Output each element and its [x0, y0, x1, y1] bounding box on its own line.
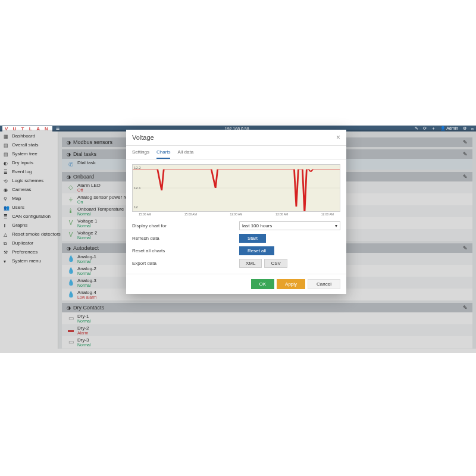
logout-icon[interactable]: ⎋: [471, 127, 474, 131]
map-icon: ⚲: [4, 196, 8, 201]
contact-icon: ▭: [68, 337, 74, 346]
brand-logo: V U T L A N: [2, 126, 52, 131]
thermometer-icon: 🌡: [68, 206, 74, 215]
sidebar-item-preferences[interactable]: ⚒Preferences: [0, 248, 58, 256]
edit-icon[interactable]: ✎: [463, 139, 468, 145]
sidebar-item-event-log[interactable]: ≣Event log: [0, 167, 58, 176]
tab-charts[interactable]: Charts: [156, 149, 171, 159]
sidebar-item-label: Cameras: [12, 187, 31, 192]
smoke-icon: △: [4, 232, 8, 237]
xtick: 15:00 AM: [139, 212, 151, 216]
list-item[interactable]: ▬Dry-4Alarm: [62, 348, 472, 349]
contact-icon: ▭: [68, 314, 74, 322]
ytick: 12.2: [134, 166, 141, 170]
list-item[interactable]: ▭Dry-3Normal: [62, 336, 472, 348]
chevron-icon: ◑: [67, 246, 71, 251]
bell-icon: ◇: [68, 183, 74, 191]
preferences-icon: ⚒: [4, 250, 8, 255]
sidebar-item-label: Preferences: [12, 249, 37, 255]
system-icon: ▾: [4, 259, 8, 264]
settings-icon[interactable]: ⚙: [463, 126, 466, 131]
contact-icon: ▬: [68, 325, 74, 334]
phone-icon: ✆: [68, 160, 74, 168]
edit-icon[interactable]: ✎: [463, 245, 468, 251]
apply-button[interactable]: Apply: [277, 279, 305, 289]
refresh-data-label: Refresh data: [132, 236, 239, 241]
sidebar-item-label: System tree: [12, 151, 37, 156]
sidebar-item-overall-stats[interactable]: ▤Overall stats: [0, 140, 58, 149]
sidebar-item-dry-inputs[interactable]: ◐Dry inputs: [0, 158, 58, 167]
sidebar-item-label: Map: [12, 196, 21, 201]
add-icon[interactable]: ＋: [431, 126, 436, 131]
menu-toggle-icon[interactable]: ☰: [56, 126, 60, 131]
cancel-button[interactable]: Cancel: [308, 279, 340, 289]
reset-all-button[interactable]: Reset all: [239, 246, 274, 255]
xtick: 15:00 AM: [184, 212, 197, 216]
sidebar-item-duplicator[interactable]: ⧉Duplicator: [0, 239, 58, 248]
sidebar-item-map[interactable]: ⚲Map: [0, 194, 58, 203]
sidebar-item-label: Dashboard: [12, 133, 35, 139]
chevron-icon: ◑: [67, 152, 71, 157]
voltage-chart: 12.2 12.1 12 15:00 AM 15:00 AM 12:00 AM …: [132, 164, 340, 212]
edit-icon[interactable]: ✎: [463, 305, 468, 311]
list-item[interactable]: ▬Dry-2Alarm: [62, 324, 472, 336]
xtick: 12:00 AM: [230, 212, 242, 216]
can-icon: ≣: [4, 214, 8, 219]
reset-all-charts-label: Reset all charts: [132, 248, 239, 253]
sidebar-item-can-configuration[interactable]: ≣CAN configuration: [0, 212, 58, 221]
sidebar-item-label: CAN configuration: [12, 214, 51, 219]
drop-icon: 💧: [68, 266, 74, 274]
sidebar-item-reset-smoke-detectors[interactable]: △Reset smoke detectors: [0, 230, 58, 239]
ok-button[interactable]: OK: [251, 279, 275, 289]
sidebar-item-users[interactable]: 👥Users: [0, 203, 58, 212]
drop-icon: 💧: [68, 254, 74, 262]
sidebar-item-label: Reset smoke detectors: [12, 231, 61, 237]
edit-icon[interactable]: ✎: [463, 151, 468, 157]
chevron-icon: ◑: [67, 174, 71, 180]
edit-icon[interactable]: ✎: [463, 174, 468, 180]
sidebar-item-system-tree[interactable]: ▤System tree: [0, 149, 58, 158]
close-icon[interactable]: ×: [336, 133, 340, 142]
dashboard-icon: ▦: [4, 134, 8, 139]
refresh-icon[interactable]: ⟳: [423, 126, 427, 131]
admin-link[interactable]: 👤 Admin: [440, 126, 458, 131]
start-button[interactable]: Start: [239, 234, 266, 243]
users-icon: 👥: [4, 205, 8, 210]
list-item[interactable]: ▭Dry-1Normal: [62, 312, 472, 324]
xtick: 12:00 AM: [321, 212, 334, 216]
voltage-modal: Voltage × Settings Charts All data 12.2 …: [126, 130, 346, 294]
sidebar-item-label: Event log: [12, 169, 32, 174]
tab-settings[interactable]: Settings: [132, 149, 149, 159]
logic-icon: ⟲: [4, 178, 8, 183]
graph-icon: ⫿: [4, 223, 8, 228]
xml-button[interactable]: XML: [239, 259, 262, 268]
modal-title: Voltage: [132, 134, 154, 141]
ytick: 12: [134, 205, 138, 209]
chevron-down-icon: ▾: [335, 223, 337, 228]
xtick: 12:00 AM: [275, 212, 288, 216]
sidebar-item-label: Overall stats: [12, 142, 38, 148]
display-chart-for-label: Display chart for: [132, 223, 239, 228]
camera-icon: ◉: [4, 187, 8, 192]
dry-icon: ◐: [4, 161, 8, 165]
display-chart-for-select[interactable]: last 100 hours ▾: [239, 221, 340, 230]
sidebar-item-graphs[interactable]: ⫿Graphs: [0, 221, 58, 230]
duplicator-icon: ⧉: [4, 241, 8, 246]
sidebar-item-label: Users: [12, 205, 24, 210]
section-dry-contacts[interactable]: ◑Dry Contacts ✎: [62, 303, 472, 312]
sidebar-item-logic-schemes[interactable]: ⟲Logic schemes: [0, 176, 58, 185]
sidebar-item-cameras[interactable]: ◉Cameras: [0, 185, 58, 194]
edit-icon[interactable]: ✎: [415, 126, 418, 131]
sidebar-item-label: Duplicator: [12, 240, 33, 246]
stats-icon: ▤: [4, 143, 8, 148]
tab-all-data[interactable]: All data: [177, 149, 193, 159]
drop-icon: 💧: [68, 278, 74, 286]
sidebar-item-dashboard[interactable]: ▦Dashboard: [0, 131, 58, 140]
csv-button[interactable]: CSV: [264, 259, 287, 268]
sidebar-item-system-menu[interactable]: ▾System menu: [0, 256, 58, 265]
sidebar-item-label: System menu: [12, 258, 41, 264]
tree-icon: ▤: [4, 152, 8, 156]
sidebar-item-label: Dry inputs: [12, 160, 33, 165]
sidebar-item-label: Graphs: [12, 223, 27, 228]
drop-icon: 💧: [68, 290, 74, 298]
